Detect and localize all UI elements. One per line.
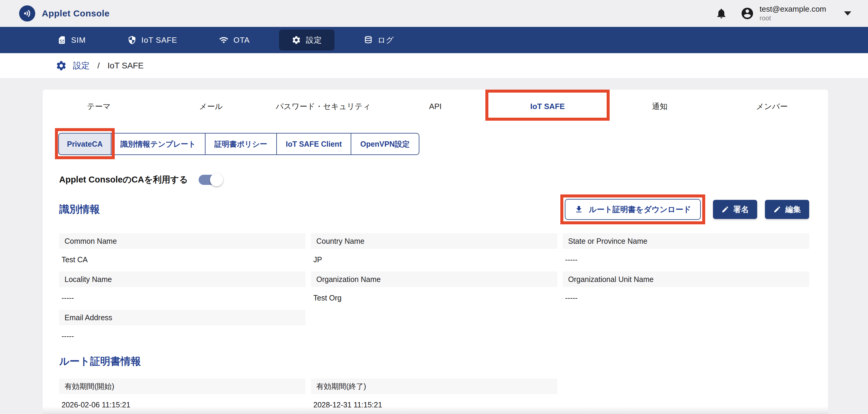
field-validity-start: 有効期間(開始) 2026-02-06 11:15:21: [59, 378, 306, 410]
identity-section-title: 識別情報: [59, 202, 100, 216]
tab-api[interactable]: API: [379, 90, 492, 120]
nav-item-sim[interactable]: SIM: [45, 30, 98, 51]
nav-item-settings[interactable]: 設定: [279, 30, 335, 51]
gear-icon: [291, 35, 301, 45]
field-value: Test Org: [311, 294, 557, 302]
field-value: 2026-02-06 11:15:21: [59, 401, 306, 410]
subtab-identity-template[interactable]: 識別情報テンプレート: [111, 133, 206, 155]
tab-members[interactable]: メンバー: [716, 90, 828, 120]
iot-safe-subtabs: PrivateCA 識別情報テンプレート 証明書ポリシー IoT SAFE Cl…: [58, 133, 420, 155]
breadcrumb-current: IoT SAFE: [107, 61, 144, 70]
app-title: Applet Console: [42, 8, 110, 19]
field-label: Organizational Unit Name: [563, 272, 809, 287]
field-label: Common Name: [59, 233, 306, 249]
app-logo-icon: [19, 5, 35, 22]
subtab-openvpn-settings[interactable]: OpenVPN設定: [351, 133, 419, 155]
ca-toggle-switch[interactable]: [198, 173, 220, 187]
field-email-address: Email Address -----: [59, 310, 306, 341]
download-icon: [575, 205, 583, 214]
breadcrumb-settings-link[interactable]: 設定: [56, 60, 90, 71]
nav-item-ota[interactable]: OTA: [207, 30, 262, 51]
download-root-cert-button[interactable]: ルート証明書をダウンロード: [565, 199, 701, 220]
settings-card: テーマ メール パスワード・セキュリティ API IoT SAFE 通知 メンバ…: [43, 90, 828, 414]
tab-mail[interactable]: メール: [155, 90, 267, 120]
field-common-name: Common Name Test CA: [59, 233, 306, 264]
field-country-name: Country Name JP: [311, 233, 557, 264]
field-label: Email Address: [59, 310, 306, 325]
field-label: State or Province Name: [563, 233, 809, 249]
pencil-icon: [773, 205, 781, 213]
database-icon: [364, 36, 373, 44]
chevron-down-icon[interactable]: [844, 11, 851, 15]
tab-theme[interactable]: テーマ: [43, 90, 155, 120]
field-label: 有効期間(開始): [59, 378, 306, 394]
field-value: -----: [59, 332, 306, 341]
field-state-province: State or Province Name -----: [563, 233, 809, 264]
sign-button[interactable]: 署名: [713, 200, 757, 219]
settings-tabs: テーマ メール パスワード・セキュリティ API IoT SAFE 通知 メンバ…: [43, 90, 828, 120]
field-label: Locality Name: [59, 272, 306, 287]
field-value: 2028-12-31 11:15:21: [311, 401, 557, 410]
breadcrumb-separator: /: [97, 61, 100, 70]
field-organizational-unit: Organizational Unit Name -----: [563, 272, 809, 302]
field-label: Country Name: [311, 233, 557, 249]
user-menu[interactable]: test@example.com root: [740, 4, 859, 23]
toggle-thumb: [210, 173, 223, 186]
annotation-box-download-button: ルート証明書をダウンロード: [560, 194, 705, 224]
subtab-iot-safe-client[interactable]: IoT SAFE Client: [276, 133, 351, 155]
root-cert-fields: 有効期間(開始) 2026-02-06 11:15:21 有効期間(終了) 20…: [59, 378, 809, 410]
tab-iot-safe[interactable]: IoT SAFE: [491, 90, 603, 120]
field-label: Organization Name: [311, 272, 557, 287]
page-body: テーマ メール パスワード・セキュリティ API IoT SAFE 通知 メンバ…: [0, 78, 868, 414]
identity-fields: Common Name Test CA Country Name JP Stat…: [59, 233, 809, 341]
field-value: -----: [563, 255, 809, 264]
field-validity-end: 有効期間(終了) 2028-12-31 11:15:21: [311, 378, 557, 410]
field-value: -----: [59, 294, 306, 302]
tab-password-security[interactable]: パスワード・セキュリティ: [267, 90, 379, 120]
field-locality: Locality Name -----: [59, 272, 306, 302]
field-value: -----: [563, 294, 809, 302]
root-cert-section-title: ルート証明書情報: [59, 355, 811, 368]
field-value: Test CA: [59, 255, 306, 264]
identity-actions: ルート証明書をダウンロード 署名 編集: [560, 194, 809, 224]
field-label: 有効期間(終了): [311, 378, 557, 394]
gear-icon: [56, 60, 67, 71]
breadcrumb: 設定 / IoT SAFE: [0, 53, 868, 78]
field-value: JP: [311, 255, 557, 264]
nav-item-iot-safe[interactable]: IoT SAFE: [115, 30, 190, 51]
edit-button[interactable]: 編集: [765, 200, 809, 219]
user-email: test@example.com: [760, 4, 826, 14]
user-role: root: [760, 14, 826, 22]
notifications-bell-icon[interactable]: [715, 7, 727, 20]
account-avatar-icon: [740, 7, 754, 20]
tab-notifications[interactable]: 通知: [603, 90, 716, 120]
wifi-icon: [219, 35, 228, 45]
field-organization: Organization Name Test Org: [311, 272, 557, 302]
subtab-privateca[interactable]: PrivateCA: [58, 133, 112, 155]
main-nav: SIM IoT SAFE OTA 設定 ログ: [0, 27, 868, 53]
nav-item-logs[interactable]: ログ: [351, 30, 406, 51]
sim-icon: [57, 36, 66, 44]
shield-icon: [128, 36, 136, 44]
subtab-cert-policy[interactable]: 証明書ポリシー: [205, 133, 277, 155]
pencil-icon: [721, 205, 729, 213]
ca-toggle-label: Applet ConsoleのCAを利用する: [59, 174, 188, 186]
app-header: Applet Console test@example.com root: [0, 0, 868, 27]
identity-section-header: 識別情報 ルート証明書をダウンロード 署名: [59, 194, 809, 224]
ca-toggle-row: Applet ConsoleのCAを利用する: [59, 172, 828, 187]
